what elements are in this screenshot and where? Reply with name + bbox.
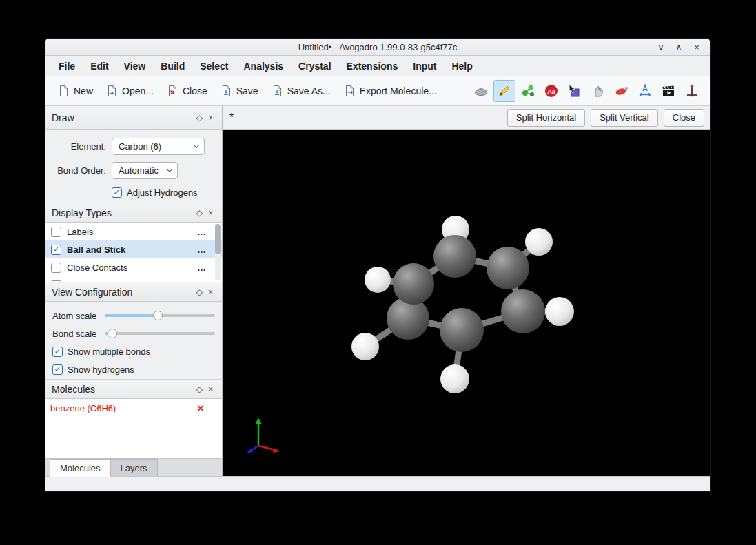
bond-order-select-value: Automatic (119, 165, 159, 176)
menu-item-edit[interactable]: Edit (83, 58, 116, 74)
menu-item-build[interactable]: Build (153, 58, 192, 74)
tab-molecules[interactable]: Molecules (50, 459, 111, 477)
new-button[interactable]: New (51, 81, 99, 101)
slider-handle[interactable] (153, 311, 163, 320)
close-view-button[interactable]: Close (664, 109, 704, 127)
measure-icon: Å (637, 83, 653, 99)
float-panel-button[interactable]: ◇ (194, 113, 205, 123)
close-panel-button[interactable]: × (205, 384, 216, 394)
molecules-list: benzene (C6H6) × (45, 399, 222, 458)
measure-tool-button[interactable]: Å (634, 80, 656, 102)
display-type-label: Ball and Stick (67, 245, 186, 255)
titlebar[interactable]: Untitled• - Avogadro 1.99.0-83-g5c4f77c … (45, 39, 710, 56)
close-file-icon (166, 85, 178, 97)
align-tool-button[interactable] (681, 80, 703, 102)
axes-indicator (241, 413, 285, 457)
ball-and-stick-checkbox[interactable] (51, 245, 61, 255)
bond-order-select[interactable]: Automatic (112, 162, 178, 179)
draw-panel-title: Draw (52, 112, 74, 123)
delete-molecule-button[interactable]: × (197, 402, 204, 414)
close-contacts-checkbox[interactable] (51, 263, 61, 273)
menu-item-crystal[interactable]: Crystal (291, 58, 338, 74)
display-type-row-close-contacts[interactable]: Close Contacts … (45, 258, 222, 276)
scrollbar-thumb[interactable] (215, 224, 221, 254)
menu-item-help[interactable]: Help (444, 58, 480, 74)
split-vertical-button[interactable]: Split Vertical (591, 109, 658, 127)
view-configuration-body: Atom scale Bond scale Show multiple b (45, 302, 222, 380)
float-panel-button[interactable]: ◇ (194, 384, 205, 394)
menu-item-select[interactable]: Select (192, 58, 236, 74)
avogadro-window: Untitled• - Avogadro 1.99.0-83-g5c4f77c … (45, 38, 711, 492)
open-file-icon (105, 85, 118, 97)
menu-item-analysis[interactable]: Analysis (236, 58, 291, 74)
render-viewport[interactable] (223, 130, 710, 476)
menu-item-extensions[interactable]: Extensions (339, 58, 406, 74)
menubar: File Edit View Build Select Analysis Cry… (45, 56, 710, 76)
select-tool-button[interactable] (564, 80, 586, 102)
display-type-row-labels[interactable]: Labels … (45, 223, 222, 240)
view-configuration-panel-header: View Configuration ◇ × (45, 282, 222, 302)
molecule-list-item[interactable]: benzene (C6H6) × (45, 399, 222, 417)
save-button[interactable]: Save (214, 81, 265, 101)
display-types-panel-header: Display Types ◇ × (45, 203, 222, 223)
show-hydrogens-checkbox[interactable] (52, 364, 63, 375)
show-multiple-bonds-checkbox[interactable] (52, 347, 63, 357)
atom-scale-slider[interactable] (105, 309, 215, 322)
label-tool-button[interactable]: Aa (540, 80, 562, 102)
tab-layers[interactable]: Layers (110, 459, 158, 477)
menu-item-input[interactable]: Input (405, 58, 444, 74)
close-panel-button[interactable]: × (205, 208, 216, 218)
template-tool-button[interactable] (517, 80, 539, 102)
chevron-down-icon (167, 167, 172, 172)
adjust-hydrogens-label: Adjust Hydrogens (127, 187, 198, 198)
menu-item-file[interactable]: File (51, 58, 83, 74)
display-type-options-button[interactable]: … (192, 227, 212, 237)
shade-window-button[interactable]: ∨ (653, 40, 668, 54)
float-panel-button[interactable]: ◇ (194, 287, 205, 297)
menu-item-view[interactable]: View (116, 58, 154, 74)
selection-icon (567, 83, 582, 99)
align-icon (684, 83, 699, 99)
svg-text:Aa: Aa (547, 88, 555, 95)
main-content: Draw ◇ × Element: Carbon (6) Bond Order:… (45, 106, 710, 476)
display-type-options-button[interactable]: … (192, 263, 212, 273)
save-icon (220, 85, 232, 97)
save-as-button[interactable]: Save As... (265, 81, 337, 101)
export-molecule-button[interactable]: Export Molecule... (337, 81, 443, 101)
float-panel-button[interactable]: ◇ (194, 208, 205, 218)
bond-scale-slider[interactable] (105, 327, 215, 340)
close-panel-button[interactable]: × (205, 287, 216, 297)
draw-panel-header: Draw ◇ × (45, 106, 222, 130)
save-as-button-label: Save As... (287, 85, 331, 96)
split-horizontal-button[interactable]: Split Horizontal (507, 109, 585, 127)
close-window-button[interactable]: × (689, 40, 704, 54)
export-molecule-button-label: Export Molecule... (360, 85, 437, 96)
tool-group: Aa Å (470, 80, 704, 102)
element-select-value: Carbon (6) (119, 141, 161, 152)
element-select[interactable]: Carbon (6) (112, 138, 205, 155)
navigate-icon (473, 83, 489, 99)
chevron-down-icon (194, 143, 199, 148)
new-button-label: New (74, 85, 93, 96)
maximize-window-button[interactable]: ∧ (671, 40, 686, 54)
display-types-scrollbar[interactable] (215, 224, 221, 280)
labels-checkbox[interactable] (51, 227, 61, 237)
open-button[interactable]: Open... (99, 81, 160, 101)
view-configuration-panel-title: View Configuration (52, 287, 132, 298)
draw-tool-button[interactable] (493, 80, 515, 102)
manipulate-tool-button[interactable] (587, 80, 609, 102)
display-type-row-ball-and-stick[interactable]: Ball and Stick … (45, 240, 222, 258)
display-type-row-partial[interactable] (45, 276, 222, 282)
animation-tool-button[interactable] (657, 80, 680, 102)
display-type-options-button[interactable]: … (192, 245, 212, 255)
close-file-button-label: Close (183, 85, 207, 96)
navigate-tool-button[interactable] (470, 80, 492, 102)
animation-icon (661, 83, 676, 99)
window-title: Untitled• - Avogadro 1.99.0-83-g5c4f77c (45, 42, 710, 52)
close-panel-button[interactable]: × (205, 113, 216, 123)
new-file-icon (57, 85, 70, 97)
slider-handle[interactable] (108, 329, 117, 338)
adjust-hydrogens-checkbox[interactable] (112, 187, 122, 198)
close-file-button[interactable]: Close (160, 81, 214, 101)
bond-centric-tool-button[interactable] (611, 80, 633, 102)
